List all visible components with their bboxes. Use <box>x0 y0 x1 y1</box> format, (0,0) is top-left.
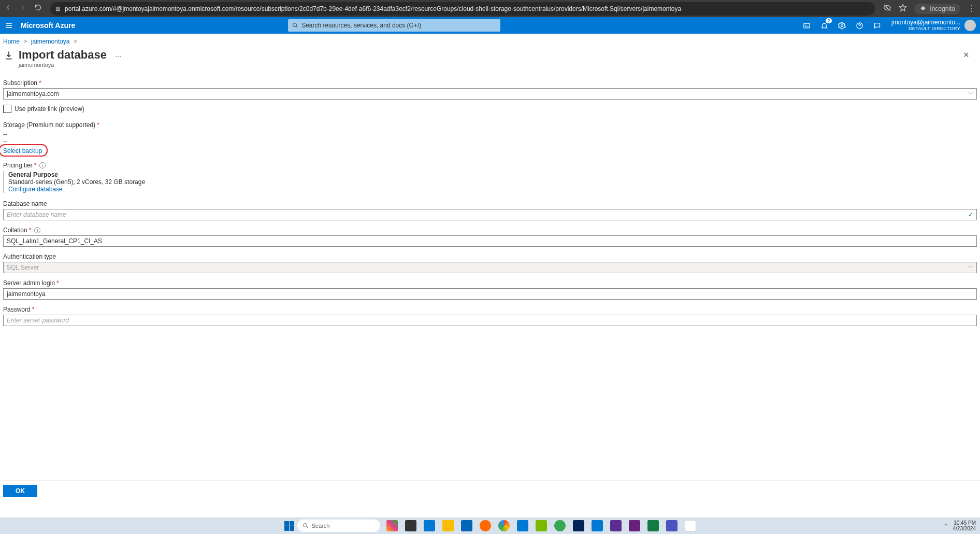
page-title: Import database <box>19 48 107 62</box>
tray-clock[interactable]: 10:45 PM 4/23/2024 <box>953 520 976 531</box>
incognito-badge[interactable]: Incognito <box>914 4 960 14</box>
chevron-down-icon: ﹀ <box>968 90 973 97</box>
admin-input-wrap <box>3 288 977 300</box>
eye-off-icon[interactable] <box>883 4 891 14</box>
global-search[interactable]: Search resources, services, and docs (G+… <box>288 19 500 32</box>
info-icon[interactable]: i <box>39 162 46 168</box>
teams-icon[interactable] <box>666 520 678 531</box>
excel-icon[interactable] <box>647 520 659 531</box>
search-icon <box>302 523 309 529</box>
db-name-input[interactable] <box>7 211 973 218</box>
pricing-label: Pricing tier * i <box>3 162 977 169</box>
collation-label: Collation * i <box>3 227 977 234</box>
checkbox-icon <box>3 105 11 113</box>
help-icon[interactable] <box>855 21 863 30</box>
search-placeholder: Search resources, services, and docs (G+… <box>301 22 421 29</box>
address-bar[interactable]: ⊞ portal.azure.com/#@jmontoyajaimemontoy… <box>50 2 875 16</box>
pricing-desc: Standard-series (Gen5), 2 vCores, 32 GB … <box>8 178 977 186</box>
admin-label: Server admin login * <box>3 279 977 287</box>
import-icon <box>3 50 15 61</box>
notif-count: 2 <box>826 18 832 23</box>
collation-input[interactable] <box>7 237 973 245</box>
more-actions[interactable]: ⋯ <box>107 48 122 60</box>
storage-label: Storage (Premium not supported) * <box>3 121 977 129</box>
visual-studio-icon[interactable] <box>629 520 640 531</box>
info-icon[interactable]: i <box>34 227 40 233</box>
db-name-label: Database name <box>3 200 977 207</box>
file-explorer-icon[interactable] <box>442 520 454 531</box>
azure-topbar: Microsoft Azure Search resources, servic… <box>0 17 980 34</box>
db-name-input-wrap: ✓ <box>3 209 977 220</box>
auth-select[interactable]: SQL Server ﹀ <box>3 262 977 273</box>
app-icon[interactable] <box>685 520 696 531</box>
feedback-icon[interactable] <box>873 21 881 30</box>
firefox-icon[interactable] <box>480 520 491 531</box>
tray-chevron-icon[interactable]: ⌃ <box>944 523 948 529</box>
app-icon[interactable] <box>536 520 547 531</box>
breadcrumb-home[interactable]: Home <box>3 38 20 45</box>
account-directory: DEFAULT DIRECTORY <box>891 25 960 32</box>
auth-label: Authentication type <box>3 253 977 260</box>
brand[interactable]: Microsoft Azure <box>18 21 75 30</box>
app-icon[interactable] <box>592 520 603 531</box>
notifications-icon[interactable]: 2 <box>820 21 828 30</box>
menu-icon[interactable]: ⋮ <box>968 4 976 13</box>
refresh-icon[interactable] <box>34 4 42 13</box>
password-input-wrap <box>3 315 977 326</box>
start-icon[interactable] <box>284 521 294 531</box>
settings-icon[interactable] <box>838 21 846 30</box>
app-icon[interactable] <box>386 520 398 531</box>
back-icon[interactable] <box>4 4 12 13</box>
collation-input-wrap <box>3 235 977 247</box>
taskbar: Search ⌃ 10:45 PM 4/23/2024 <box>0 517 980 534</box>
forward-icon[interactable] <box>19 4 27 13</box>
browser-chrome: ⊞ portal.azure.com/#@jmontoyajaimemontoy… <box>0 0 980 17</box>
taskbar-search[interactable]: Search <box>297 519 380 532</box>
account-email: jmontoya@jaimemonto... <box>891 19 960 25</box>
store-icon[interactable] <box>461 520 472 531</box>
svg-point-4 <box>303 524 307 527</box>
star-icon[interactable] <box>899 4 907 14</box>
page-subtitle: jaimemontoya <box>19 62 107 68</box>
breadcrumb: Home > jaimemontoya > <box>0 34 980 47</box>
account-menu[interactable]: jmontoya@jaimemonto... DEFAULT DIRECTORY <box>887 19 980 32</box>
svg-rect-1 <box>803 23 809 28</box>
avatar <box>964 20 976 31</box>
password-label: Password * <box>3 306 977 313</box>
admin-input[interactable] <box>7 290 973 298</box>
ok-button[interactable]: OK <box>3 485 37 497</box>
app-icon[interactable] <box>554 520 566 531</box>
cloud-shell-icon[interactable] <box>802 21 811 30</box>
highlight-annotation <box>0 144 48 157</box>
valid-icon: ✓ <box>968 211 973 218</box>
search-icon <box>292 22 298 29</box>
password-input[interactable] <box>7 317 973 324</box>
svg-point-2 <box>841 24 843 26</box>
subscription-select[interactable]: jaimemontoya.com ﹀ <box>3 88 977 100</box>
svg-point-0 <box>293 23 297 27</box>
app-icon[interactable] <box>424 520 435 531</box>
storage-value-1: -- <box>3 131 977 138</box>
chrome-icon[interactable] <box>498 520 510 531</box>
powershell-icon[interactable] <box>573 520 584 531</box>
url-text: portal.azure.com/#@jmontoyajaimemontoya.… <box>65 5 681 12</box>
breadcrumb-server[interactable]: jaimemontoya <box>31 38 70 45</box>
chevron-down-icon: ﹀ <box>968 264 973 271</box>
pricing-tier: General Purpose <box>8 171 977 178</box>
hamburger-icon[interactable] <box>0 17 18 34</box>
app-icon[interactable] <box>517 520 528 531</box>
app-icon[interactable] <box>405 520 416 531</box>
site-info-icon[interactable]: ⊞ <box>55 5 61 12</box>
configure-database-link[interactable]: Configure database <box>8 186 63 193</box>
private-link-checkbox[interactable]: Use private link (preview) <box>3 105 977 113</box>
subscription-label: Subscription * <box>3 79 977 87</box>
app-icon[interactable] <box>610 520 622 531</box>
close-icon[interactable]: ✕ <box>963 48 977 60</box>
storage-value-2: -- <box>3 138 977 145</box>
